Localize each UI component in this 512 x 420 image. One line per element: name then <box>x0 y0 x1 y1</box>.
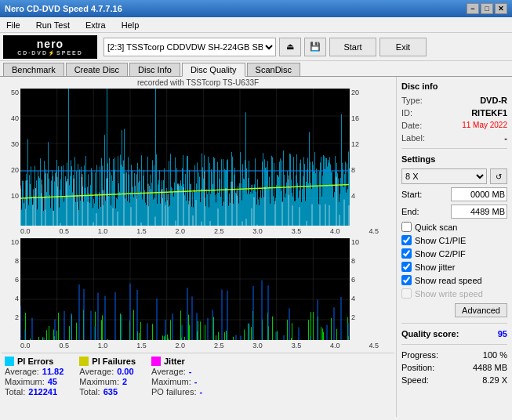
top-chart <box>20 89 350 226</box>
y-right-4: 4 <box>351 192 355 200</box>
y-right-8: 8 <box>351 166 355 174</box>
menu-extra[interactable]: Extra <box>82 20 109 31</box>
tab-create-disc[interactable]: Create Disc <box>66 63 128 76</box>
legend-jitter: Jitter Average: - Maximum: - PO failures… <box>151 357 202 396</box>
refresh-button[interactable]: ↺ <box>490 168 507 184</box>
title-bar-controls: − □ ✕ <box>467 3 507 14</box>
legend-pi-errors-title: PI Errors <box>5 357 64 366</box>
y-left-20: 20 <box>11 166 19 174</box>
show-jitter-row: Show jitter <box>401 262 507 272</box>
exit-button[interactable]: Exit <box>379 38 427 56</box>
disc-info-title: Disc info <box>401 81 507 91</box>
save-button[interactable]: 💾 <box>304 38 326 56</box>
minimize-button[interactable]: − <box>467 3 479 14</box>
x-label-2: 2.0 <box>176 227 186 235</box>
menu-run-test[interactable]: Run Test <box>33 20 73 31</box>
start-button[interactable]: Start <box>329 38 376 56</box>
y-right-20: 20 <box>351 89 359 96</box>
id-row: ID: RITEKF1 <box>401 108 507 118</box>
y-left-30: 30 <box>11 140 19 148</box>
main-content: recorded with TSSTcorp TS-U633F 50 40 30… <box>0 77 512 417</box>
show-c1-pie-row: Show C1/PIE <box>401 235 507 245</box>
menu-file[interactable]: File <box>3 20 24 31</box>
y2-right-6: 6 <box>351 276 355 284</box>
y2-right-10: 10 <box>351 238 359 246</box>
quality-score-row: Quality score: 95 <box>401 329 507 339</box>
x-label-1: 1.0 <box>98 227 108 235</box>
speed-settings-row: 8 X ↺ <box>401 168 507 184</box>
y-right-12: 12 <box>351 140 359 148</box>
x-label-35: 3.5 <box>292 227 302 235</box>
x-label-3: 3.0 <box>252 227 263 235</box>
bottom-chart <box>20 238 350 340</box>
show-c1-pie-checkbox[interactable] <box>401 235 412 245</box>
x-label-4: 4.0 <box>330 227 340 235</box>
pi-errors-color <box>5 357 14 366</box>
tab-benchmark[interactable]: Benchmark <box>3 63 64 76</box>
show-c2-pif-row: Show C2/PIF <box>401 248 507 259</box>
quick-scan-checkbox[interactable] <box>401 222 412 232</box>
right-panel: Disc info Type: DVD-R ID: RITEKF1 Date: … <box>396 77 512 417</box>
show-jitter-checkbox[interactable] <box>401 262 412 272</box>
legend-area: PI Errors Average: 11.82 Maximum: 45 Tot… <box>2 353 394 400</box>
divider-3 <box>401 344 507 345</box>
chart-title: recorded with TSSTcorp TS-U633F <box>2 78 394 87</box>
y2-right-4: 4 <box>351 295 355 302</box>
y2-right-2: 2 <box>351 313 355 321</box>
drive-select[interactable]: [2:3] TSSTcorp CDDVDW SH-224GB SB00 <box>103 38 276 56</box>
speed-select[interactable]: 8 X <box>401 168 487 184</box>
show-write-speed-checkbox[interactable] <box>401 288 412 299</box>
y-left-10: 10 <box>11 192 19 200</box>
type-row: Type: DVD-R <box>401 96 507 105</box>
logo-subtext: CD·DVD⚡SPEED <box>17 50 83 56</box>
quick-scan-row: Quick scan <box>401 222 507 232</box>
end-row: End: <box>401 205 507 219</box>
settings-title: Settings <box>401 154 507 164</box>
x-label-15: 1.5 <box>136 227 147 235</box>
end-input[interactable] <box>451 205 507 219</box>
legend-pi-failures: PI Failures Average: 0.00 Maximum: 2 Tot… <box>79 357 136 396</box>
x-label-25: 2.5 <box>214 227 224 235</box>
y2-left-6: 6 <box>15 276 19 284</box>
progress-row: Progress: 100 % <box>401 350 507 360</box>
y2-right-8: 8 <box>351 257 355 265</box>
show-c2-pif-checkbox[interactable] <box>401 248 412 259</box>
y2-left-2: 2 <box>15 313 19 321</box>
advanced-button[interactable]: Advanced <box>455 303 507 317</box>
y-left-40: 40 <box>11 114 19 122</box>
legend-pi-errors: PI Errors Average: 11.82 Maximum: 45 Tot… <box>5 357 64 396</box>
y2-left-10: 10 <box>11 238 19 246</box>
jitter-color <box>151 357 161 366</box>
divider-2 <box>401 323 507 324</box>
y-left-50: 50 <box>11 89 19 96</box>
speed-row: Speed: 8.29 X <box>401 375 507 385</box>
logo-text: nero <box>37 38 64 50</box>
chart-area: recorded with TSSTcorp TS-U633F 50 40 30… <box>0 77 396 417</box>
title-bar: Nero CD-DVD Speed 4.7.7.16 − □ ✕ <box>0 0 512 17</box>
tabs: Benchmark Create Disc Disc Info Disc Qua… <box>0 61 512 77</box>
divider-1 <box>401 148 507 149</box>
x-label-45: 4.5 <box>369 227 379 235</box>
show-read-speed-row: Show read speed <box>401 275 507 285</box>
toolbar: nero CD·DVD⚡SPEED [2:3] TSSTcorp CDDVDW … <box>0 33 512 61</box>
y2-left-4: 4 <box>15 295 19 302</box>
close-button[interactable]: ✕ <box>495 3 507 14</box>
y-right-16: 16 <box>351 114 359 122</box>
maximize-button[interactable]: □ <box>481 3 493 14</box>
tab-scan-disc[interactable]: ScanDisc <box>247 63 300 76</box>
pi-failures-color <box>79 357 89 366</box>
start-input[interactable] <box>451 187 507 201</box>
tab-disc-quality[interactable]: Disc Quality <box>182 63 245 77</box>
x-label-05: 0.5 <box>59 227 69 235</box>
x-label-0: 0.0 <box>20 227 31 235</box>
eject-button[interactable]: ⏏ <box>279 38 301 56</box>
label-row: Label: - <box>401 133 507 143</box>
date-row: Date: 11 May 2022 <box>401 121 507 130</box>
menu-bar: File Run Test Extra Help <box>0 17 512 33</box>
title-bar-text: Nero CD-DVD Speed 4.7.7.16 <box>5 4 122 13</box>
logo: nero CD·DVD⚡SPEED <box>3 35 97 59</box>
tab-disc-info[interactable]: Disc Info <box>129 63 180 76</box>
show-read-speed-checkbox[interactable] <box>401 275 412 285</box>
y2-left-8: 8 <box>15 257 19 265</box>
menu-help[interactable]: Help <box>118 20 143 31</box>
